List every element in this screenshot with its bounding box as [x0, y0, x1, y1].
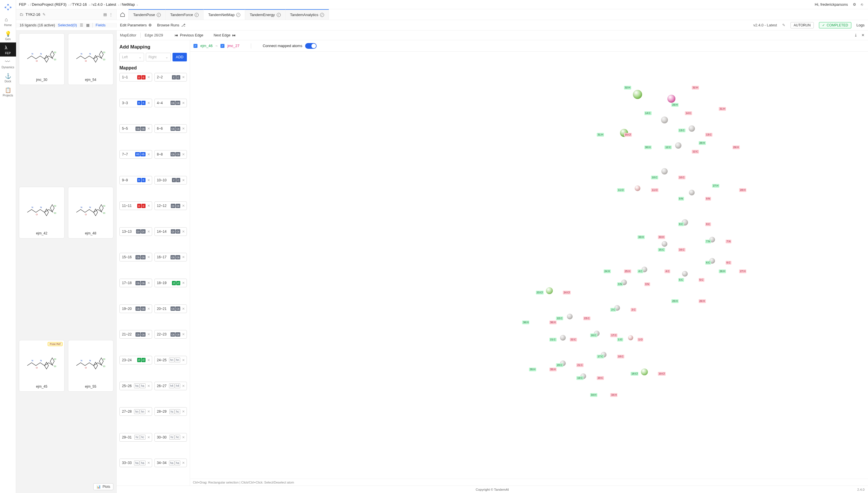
atom-sphere[interactable] [661, 116, 668, 123]
lig-right-checkbox[interactable] [220, 44, 225, 48]
right-atom-select[interactable]: Right⌄ [146, 53, 170, 61]
fields-link[interactable]: Fields [96, 23, 106, 27]
remove-mapping-icon[interactable]: ✕ [182, 281, 186, 285]
left-atom-select[interactable]: Left⌄ [120, 53, 144, 61]
atom-label: 23:C [583, 317, 590, 320]
remove-mapping-icon[interactable]: ✕ [182, 409, 186, 413]
remove-mapping-icon[interactable]: ✕ [182, 435, 186, 440]
remove-mapping-icon[interactable]: ✕ [182, 75, 186, 79]
pop-out-icon[interactable]: ⤓ [854, 33, 858, 37]
remove-mapping-icon[interactable]: ✕ [182, 127, 186, 131]
tab-tandemanalytics[interactable]: TandemAnalytics✓ [285, 9, 329, 20]
remove-mapping-icon[interactable]: ✕ [182, 204, 186, 208]
ligand-card[interactable]: NNOClClejm_48 [68, 187, 114, 238]
remove-mapping-icon[interactable]: ✕ [182, 255, 186, 259]
atom-sphere[interactable] [560, 335, 566, 341]
atom-sphere[interactable] [661, 168, 668, 174]
remove-mapping-icon[interactable]: ✕ [147, 255, 151, 259]
autorun-button[interactable]: AUTORUN [790, 22, 814, 28]
list-toggle-icon[interactable]: ▤ [103, 12, 107, 17]
atom-sphere[interactable] [662, 241, 668, 247]
ligand-card[interactable]: NNOClCljmc_30 [19, 33, 65, 85]
ligand-card[interactable]: NNOClClejm_54 [68, 33, 114, 85]
atom-sphere[interactable] [635, 185, 640, 191]
remove-mapping-icon[interactable]: ✕ [182, 307, 186, 311]
remove-mapping-icon[interactable]: ✕ [147, 358, 151, 362]
nav-home[interactable]: ⌂Home [0, 14, 16, 28]
selected-count[interactable]: Selected(0) [58, 23, 77, 27]
nav-dock[interactable]: ⚓Dock [0, 70, 16, 85]
atom-sphere[interactable] [689, 125, 695, 132]
breadcrumb-item[interactable]: FEP ⌄ [19, 2, 29, 6]
edit-parameters-button[interactable]: Edit Parameters ⚙ [120, 23, 152, 27]
remove-mapping-icon[interactable]: ✕ [147, 75, 151, 79]
atom-sphere[interactable] [668, 95, 675, 103]
tab-tandemenergy[interactable]: TandemEnergy✓ [245, 9, 285, 20]
remove-mapping-icon[interactable]: ✕ [182, 461, 186, 465]
remove-mapping-icon[interactable]: ✕ [182, 152, 186, 156]
plots-button[interactable]: 📊Plots [93, 483, 113, 490]
remove-mapping-icon[interactable]: ✕ [147, 230, 151, 234]
svg-marker-26 [99, 205, 103, 212]
atom-sphere[interactable] [682, 271, 688, 277]
atom-sphere[interactable] [567, 314, 573, 319]
lig-left-checkbox[interactable] [193, 44, 197, 48]
more-icon[interactable]: ⋮ [109, 12, 113, 17]
nav-fep[interactable]: λFEP [0, 42, 16, 57]
atom-sphere[interactable] [689, 190, 695, 195]
close-icon[interactable]: ✕ [862, 33, 865, 37]
logs-link[interactable]: Logs [856, 23, 865, 27]
breadcrumb-item[interactable]: DemoProject (REF3) ⌄ [32, 2, 70, 6]
prev-edge-button[interactable]: ⏮Previous Edge [174, 33, 203, 37]
remove-mapping-icon[interactable]: ✕ [147, 307, 151, 311]
connect-atoms-toggle[interactable] [305, 43, 317, 49]
remove-mapping-icon[interactable]: ✕ [147, 281, 151, 285]
molecule-viewer[interactable]: 32:H32:H29:H31:H14:C14:C13:C13:C28:H29:H… [190, 52, 868, 479]
atom-sphere[interactable] [641, 368, 648, 376]
list-view-icon[interactable]: ☰ [80, 23, 83, 27]
settings-icon[interactable]: ⚙ [851, 1, 858, 8]
remove-mapping-icon[interactable]: ✕ [147, 127, 151, 131]
tab-tandempose[interactable]: TandemPose✓ [129, 9, 166, 20]
atom-label: 31:H [597, 133, 604, 136]
next-edge-button[interactable]: Next Edge⏭ [214, 33, 236, 37]
remove-mapping-icon[interactable]: ✕ [182, 230, 186, 234]
remove-mapping-icon[interactable]: ✕ [147, 101, 151, 105]
remove-mapping-icon[interactable]: ✕ [147, 461, 151, 465]
browse-runs-button[interactable]: Browse Runs ⎇ [157, 23, 185, 27]
remove-mapping-icon[interactable]: ✕ [182, 358, 186, 362]
remove-mapping-icon[interactable]: ✕ [147, 152, 151, 156]
atom-sphere[interactable] [675, 142, 681, 149]
remove-mapping-icon[interactable]: ✕ [182, 384, 186, 388]
breadcrumb-item[interactable]: NetMap ⌄ [122, 2, 139, 6]
atom-sphere[interactable] [546, 287, 553, 294]
remove-mapping-icon[interactable]: ✕ [182, 101, 186, 105]
ligand-card[interactable]: NNOClClejm_55 [68, 340, 114, 392]
remove-mapping-icon[interactable]: ✕ [147, 435, 151, 440]
remove-mapping-icon[interactable]: ✕ [182, 332, 186, 336]
remove-mapping-icon[interactable]: ✕ [182, 178, 186, 182]
tab-tandemnetmap[interactable]: TandemNetMap✓ [204, 9, 245, 20]
breadcrumb-item[interactable]: TYK2-16 ⌄ [72, 2, 90, 6]
breadcrumb-item[interactable]: v2.4.0 - Latest ⌄ [92, 2, 120, 6]
atom-sphere[interactable] [628, 335, 633, 340]
nav-dynamics[interactable]: 〰Dynamics [0, 57, 16, 70]
atom-label: 8:C [678, 222, 684, 226]
remove-mapping-icon[interactable]: ✕ [147, 204, 151, 208]
tab-tandemforce[interactable]: TandemForce✓ [166, 9, 204, 20]
remove-mapping-icon[interactable]: ✕ [147, 384, 151, 388]
add-mapping-button[interactable]: ADD [172, 53, 187, 61]
atom-sphere[interactable] [633, 90, 642, 99]
edit-version-icon[interactable]: ✎ [782, 23, 785, 27]
logout-icon[interactable]: ⎋ [859, 1, 865, 8]
ligand-card[interactable]: NNOClClejm_42 [19, 187, 65, 238]
remove-mapping-icon[interactable]: ✕ [147, 332, 151, 336]
nav-gen[interactable]: 💡Gen [0, 28, 16, 42]
grid-view-icon[interactable]: ▦ [86, 23, 89, 27]
remove-mapping-icon[interactable]: ✕ [147, 409, 151, 413]
home-tab[interactable] [117, 9, 129, 20]
nav-projects[interactable]: 📋Projects [0, 85, 16, 99]
ligand-card[interactable]: Pose RefNNOClClejm_45 [19, 340, 65, 392]
edit-title-icon[interactable]: ✎ [42, 12, 46, 17]
remove-mapping-icon[interactable]: ✕ [147, 178, 151, 182]
